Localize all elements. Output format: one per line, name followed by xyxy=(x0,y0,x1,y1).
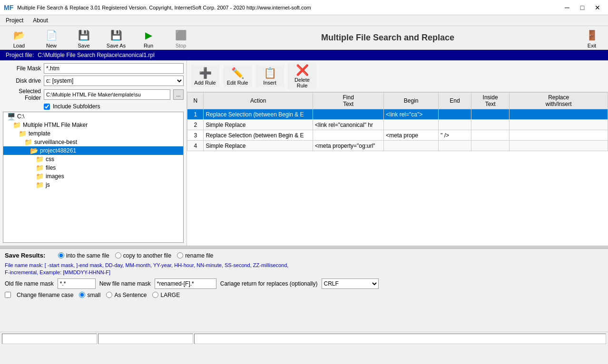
load-button[interactable]: 📂 Load xyxy=(4,26,34,50)
computer-icon: 🖥️ xyxy=(7,113,15,120)
delete-rule-label: Delete Rule xyxy=(289,77,315,88)
radio-rename-file[interactable]: rename file xyxy=(177,252,213,259)
tree-item-js[interactable]: 📁 js xyxy=(3,181,183,189)
exit-button[interactable]: 🚪 Exit xyxy=(579,26,604,50)
run-button[interactable]: ▶ Run xyxy=(133,26,164,50)
tree-item-images[interactable]: 📁 images xyxy=(3,172,183,181)
toolbar: 📂 Load 📄 New 💾 Save 💾 Save As ▶ Run ⬛ St… xyxy=(0,26,608,50)
rules-table: N Action FindText Begin End InsideText R… xyxy=(187,92,608,151)
bottom-panel: Save Results: into the same file copy to… xyxy=(0,249,608,332)
filename-case-row: Change filename case small As Sentence L… xyxy=(5,292,603,298)
folder-tree[interactable]: 🖥️ C:\ 📁 Multiple HTML File Maker 📁 temp… xyxy=(3,112,184,243)
folder-icon: 📁 xyxy=(36,181,44,189)
edit-rule-button[interactable]: ✏️ Edit Rule xyxy=(223,65,252,87)
tree-item-root[interactable]: 🖥️ C:\ xyxy=(3,112,183,121)
close-button[interactable]: ✕ xyxy=(591,3,604,12)
folder-icon: 📁 xyxy=(36,164,44,172)
insert-button[interactable]: 📋 Insert xyxy=(255,65,284,87)
row-action: Simple Replace xyxy=(204,141,313,151)
add-rule-label: Add Rule xyxy=(194,80,216,86)
table-row[interactable]: 4 Simple Replace <meta property="og:url" xyxy=(187,141,608,151)
radio-rename-file-input[interactable] xyxy=(177,252,183,259)
title-bar-text: Multiple File Search & Replace 3.01 Regi… xyxy=(17,5,311,10)
case-small-label: small xyxy=(87,292,100,298)
disk-drive-select[interactable]: c: [system] xyxy=(44,76,184,86)
maximize-button[interactable]: □ xyxy=(576,3,589,12)
new-mask-input[interactable] xyxy=(155,278,216,289)
file-mask-input[interactable] xyxy=(44,63,184,74)
tree-item-template[interactable]: 📁 template xyxy=(3,129,183,138)
tree-item-project[interactable]: 📂 project488261 xyxy=(3,146,183,155)
menu-about[interactable]: About xyxy=(29,16,51,25)
load-icon: 📂 xyxy=(11,28,27,43)
case-large[interactable]: LARGE xyxy=(152,292,180,298)
row-inside xyxy=(471,120,509,130)
change-filename-checkbox[interactable] xyxy=(5,292,11,298)
table-row[interactable]: 2 Simple Replace <link rel="canonical" h… xyxy=(187,120,608,130)
browse-button[interactable]: ... xyxy=(173,89,184,100)
carriage-select[interactable]: CRLF CR LF None xyxy=(322,278,379,289)
tree-item-mhfm[interactable]: 📁 Multiple HTML File Maker xyxy=(3,121,183,129)
add-rule-button[interactable]: ➕ Add Rule xyxy=(191,65,219,87)
row-begin xyxy=(384,141,439,151)
radio-same-file[interactable]: into the same file xyxy=(58,252,109,259)
title-bar: MF Multiple File Search & Replace 3.01 R… xyxy=(0,0,608,15)
subfolders-row: Include Subfolders xyxy=(44,103,184,110)
tree-item-css[interactable]: 📁 css xyxy=(3,155,183,163)
old-mask-label: Old file name mask xyxy=(5,280,54,287)
new-button[interactable]: 📄 New xyxy=(36,26,67,50)
row-replace xyxy=(510,120,608,130)
case-small[interactable]: small xyxy=(79,292,100,298)
run-label: Run xyxy=(144,43,153,48)
tree-files-label: files xyxy=(46,164,56,171)
rules-toolbar: ➕ Add Rule ✏️ Edit Rule 📋 Insert ❌ Delet… xyxy=(187,60,608,92)
delete-rule-button[interactable]: ❌ Delete Rule xyxy=(288,62,316,90)
add-rule-icon: ➕ xyxy=(198,67,212,80)
folder-label: Selected Folder xyxy=(3,88,41,101)
case-large-input[interactable] xyxy=(152,292,158,298)
save-results-label: Save Results: xyxy=(5,252,52,259)
file-mask-label: File Mask xyxy=(3,65,41,72)
folder-input[interactable] xyxy=(44,89,170,100)
project-bar: Project file: C:\Multiple File Search Re… xyxy=(0,50,608,60)
tree-item-surveillance[interactable]: 📁 surveillance-best xyxy=(3,138,183,146)
row-action: Simple Replace xyxy=(204,120,313,130)
tree-item-files[interactable]: 📁 files xyxy=(3,163,183,172)
radio-same-file-label: into the same file xyxy=(66,252,109,259)
row-replace xyxy=(510,109,608,120)
col-header-action: Action xyxy=(204,93,313,109)
radio-copy-file-input[interactable] xyxy=(115,252,121,259)
new-icon: 📄 xyxy=(44,28,59,43)
tree-js-label: js xyxy=(46,182,50,188)
saveas-button[interactable]: 💾 Save As xyxy=(101,26,131,50)
col-header-replace: Replacewith/Insert xyxy=(510,93,608,109)
stop-button[interactable]: ⬛ Stop xyxy=(166,26,196,50)
insert-label: Insert xyxy=(263,80,276,86)
edit-rule-icon: ✏️ xyxy=(231,67,244,80)
table-row[interactable]: 1 Replace Selection (between Begin & E <… xyxy=(187,109,608,120)
save-button[interactable]: 💾 Save xyxy=(69,26,99,50)
table-row[interactable]: 3 Replace Selection (between Begin & E <… xyxy=(187,130,608,141)
case-sentence-input[interactable] xyxy=(106,292,112,298)
old-mask-input[interactable] xyxy=(58,278,96,289)
row-find xyxy=(313,109,384,120)
toolbar-title: Multiple File Search and Replace xyxy=(198,33,578,43)
col-header-find: FindText xyxy=(313,93,384,109)
case-small-input[interactable] xyxy=(79,292,85,298)
col-header-inside: InsideText xyxy=(471,93,509,109)
row-inside xyxy=(471,109,509,120)
new-label: New xyxy=(46,43,57,48)
radio-copy-file[interactable]: copy to another file xyxy=(115,252,171,259)
stop-label: Stop xyxy=(176,43,186,48)
row-find xyxy=(313,130,384,141)
row-inside xyxy=(471,141,509,151)
saveas-icon: 💾 xyxy=(108,28,124,43)
row-end: " /> xyxy=(439,130,471,141)
include-subfolders-checkbox[interactable] xyxy=(44,104,50,110)
run-icon: ▶ xyxy=(141,28,156,43)
case-sentence[interactable]: As Sentence xyxy=(106,292,147,298)
menu-project[interactable]: Project xyxy=(2,16,27,25)
minimize-button[interactable]: ─ xyxy=(560,3,574,12)
radio-same-file-input[interactable] xyxy=(58,252,64,259)
folder-open-icon: 📂 xyxy=(30,147,38,154)
